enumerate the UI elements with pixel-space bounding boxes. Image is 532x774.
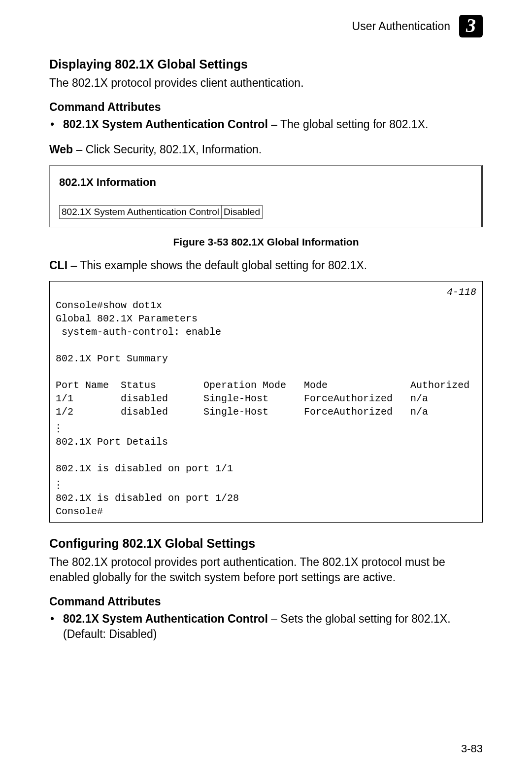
web-rest: – Click Security, 802.1X, Information. xyxy=(73,143,262,156)
page-number: 3-83 xyxy=(461,742,483,755)
command-attributes-label-2: Command Attributes xyxy=(49,595,483,608)
bullet-item-1: • 802.1X System Authentication Control –… xyxy=(50,117,483,132)
cli-l2: Global 802.1X Parameters xyxy=(56,313,198,324)
cli-l13: 802.1X is disabled on port 1/28 xyxy=(56,493,239,504)
section2-intro: The 802.1X protocol provides port authen… xyxy=(49,555,483,585)
cli-l12: 802.1X is disabled on port 1/1 xyxy=(56,463,233,474)
table-value-cell: Disabled xyxy=(222,206,263,219)
figure-caption: Figure 3-53 802.1X Global Information xyxy=(49,236,483,248)
cli-l1: Console#show dot1x xyxy=(56,300,162,311)
panel-title: 802.1X Information xyxy=(59,176,472,189)
table-label-cell: 802.1X System Authentication Control xyxy=(60,206,222,219)
table-row: 802.1X System Authentication Control Dis… xyxy=(60,206,263,219)
bullet-bold-1: 802.1X System Authentication Control xyxy=(63,118,268,131)
bullet-bold-2: 802.1X System Authentication Control xyxy=(63,612,268,625)
panel-divider xyxy=(59,193,427,193)
cli-output-box: 4-118Console#show dot1x Global 802.1X Pa… xyxy=(49,281,483,523)
bullet-item-2: • 802.1X System Authentication Control –… xyxy=(50,611,483,642)
bullet-rest-1: – The global setting for 802.1X. xyxy=(268,118,429,131)
cli-l7: Port Name Status Operation Mode Mode Aut… xyxy=(56,380,469,391)
header-title: User Authentication xyxy=(352,20,450,33)
bullet-dot-icon: • xyxy=(50,117,63,132)
command-attributes-label-1: Command Attributes xyxy=(49,101,483,114)
cli-page-ref: 4-118 xyxy=(447,285,476,299)
section-heading-displaying: Displaying 802.1X Global Settings xyxy=(49,57,483,71)
web-nav-line: Web – Click Security, 802.1X, Informatio… xyxy=(49,143,483,156)
info-table: 802.1X System Authentication Control Dis… xyxy=(59,205,263,219)
cli-l14: Console# xyxy=(56,506,103,517)
page-header: User Authentication 3 xyxy=(49,15,483,37)
cli-l8: 1/1 disabled Single-Host ForceAuthorized… xyxy=(56,393,428,404)
vertical-dots-icon: ... xyxy=(56,422,476,432)
cli-bold: CLI xyxy=(49,259,67,272)
cli-rest: – This example shows the default global … xyxy=(67,259,367,272)
bullet-content-2: 802.1X System Authentication Control – S… xyxy=(63,611,483,642)
cli-l3: system-auth-control: enable xyxy=(56,326,221,338)
cli-l9: 1/2 disabled Single-Host ForceAuthorized… xyxy=(56,406,428,418)
vertical-dots-icon: ... xyxy=(56,478,476,489)
bullet-content-1: 802.1X System Authentication Control – T… xyxy=(63,117,483,132)
cli-l10: 802.1X Port Details xyxy=(56,436,168,448)
bullet-dot-icon: • xyxy=(50,611,63,642)
web-bold: Web xyxy=(49,143,73,156)
web-screenshot-panel: 802.1X Information 802.1X System Authent… xyxy=(49,165,483,227)
cli-l5: 802.1X Port Summary xyxy=(56,353,168,364)
cli-intro-line: CLI – This example shows the default glo… xyxy=(49,259,483,272)
section1-intro: The 802.1X protocol provides client auth… xyxy=(49,75,483,91)
chapter-badge: 3 xyxy=(459,15,483,37)
section-heading-configuring: Configuring 802.1X Global Settings xyxy=(49,536,483,551)
